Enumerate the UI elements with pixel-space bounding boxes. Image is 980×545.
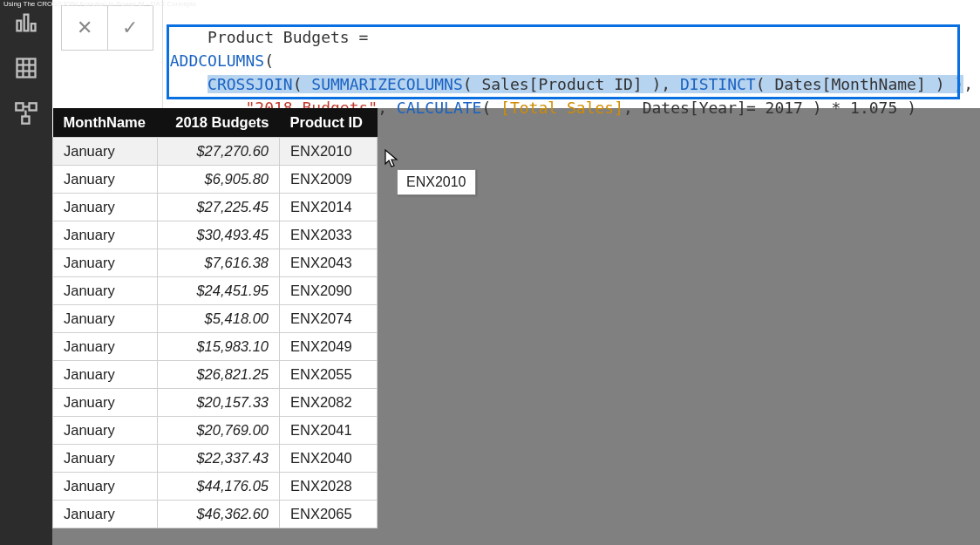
cell-month[interactable]: January [53,445,158,473]
svg-rect-9 [30,103,37,110]
table-row[interactable]: January$5,418.00ENX2074 [53,305,378,333]
t-calculate: CALCULATE [397,99,482,117]
table-row[interactable]: January$20,769.00ENX2041 [53,417,378,445]
svg-rect-10 [22,117,29,124]
cell-month[interactable]: January [53,138,158,166]
table-row[interactable]: January$15,983.10ENX2049 [53,333,378,361]
svg-rect-8 [16,103,23,110]
cell-product[interactable]: ENX2041 [280,417,378,445]
svg-rect-1 [24,15,29,31]
data-view-icon[interactable] [14,56,38,80]
cell-budget[interactable]: $24,451.95 [158,277,280,305]
cell-budget[interactable]: $22,337.43 [158,445,280,473]
model-view-icon[interactable] [14,101,38,126]
table-row[interactable]: January$6,905.80ENX2009 [53,166,378,194]
cell-month[interactable]: January [53,221,158,249]
cell-month[interactable]: January [53,305,158,333]
cell-product[interactable]: ENX2049 [280,333,378,361]
cell-product[interactable]: ENX2065 [280,501,378,528]
cell-month[interactable]: January [53,194,158,221]
cell-product[interactable]: ENX2055 [280,361,378,389]
cell-budget[interactable]: $46,362.60 [158,501,280,528]
table-row[interactable]: January$22,337.43ENX2040 [53,445,378,473]
t-summarize: SUMMARIZECOLUMNS [311,75,462,93]
svg-rect-2 [31,24,36,31]
cell-product[interactable]: ENX2033 [280,221,378,249]
cell-budget[interactable]: $20,769.00 [158,417,280,445]
view-sidebar [0,0,52,545]
cell-budget[interactable]: $27,225.45 [158,194,280,221]
window-title: Using The CROSSJOIN Function In Power BI… [0,0,196,10]
col-header-budget[interactable]: 2018 Budgets [158,108,280,138]
table-row[interactable]: January$27,270.60ENX2010 [53,138,378,166]
cell-month[interactable]: January [53,417,158,445]
cell-product[interactable]: ENX2090 [280,277,378,305]
cell-product[interactable]: ENX2014 [280,194,378,221]
table-row[interactable]: January$7,616.38ENX2043 [53,249,378,277]
cell-budget[interactable]: $7,616.38 [158,249,280,277]
formula-bar-buttons: ✕ ✓ [52,0,163,108]
col-header-month[interactable]: MonthName [53,108,158,138]
cell-month[interactable]: January [53,473,158,501]
cell-tooltip: ENX2010 [397,169,476,195]
col-header-product[interactable]: Product ID [280,108,378,138]
table-row[interactable]: January$26,821.25ENX2055 [53,361,378,389]
t-distinct: DISTINCT [680,75,756,93]
cell-product[interactable]: ENX2040 [280,445,378,473]
t-crossjoin: CROSSJOIN [208,75,293,93]
t-monthcol: Dates[MonthName] [774,75,925,93]
table-row[interactable]: January$24,451.95ENX2090 [53,277,378,305]
cell-budget[interactable]: $30,493.45 [158,221,280,249]
t-mult: * 1.075 ) [822,99,916,117]
data-table[interactable]: MonthName 2018 Budgets Product ID Januar… [52,108,378,528]
table-row[interactable]: January$44,176.05ENX2028 [53,473,378,501]
cell-budget[interactable]: $15,983.10 [158,333,280,361]
cell-month[interactable]: January [53,501,158,528]
t-addcolumns: ADDCOLUMNS [170,51,264,70]
cell-month[interactable]: January [53,333,158,361]
cell-product[interactable]: ENX2028 [280,473,378,501]
cell-product[interactable]: ENX2010 [280,138,378,166]
formula-bar[interactable]: ✕ ✓ Product Budgets = ADDCOLUMNS( CROSSJ… [52,0,980,108]
table-header-row[interactable]: MonthName 2018 Budgets Product ID [53,108,378,138]
table-row[interactable]: January$46,362.60ENX2065 [53,501,378,528]
t-filter: Dates[Year]= 2017 [643,99,803,117]
table-row[interactable]: January$30,493.45ENX2033 [53,221,378,249]
cell-month[interactable]: January [53,361,158,389]
report-view-icon[interactable] [14,10,38,35]
cell-product[interactable]: ENX2043 [280,249,378,277]
cell-product[interactable]: ENX2009 [280,166,378,194]
commit-formula-button[interactable]: ✓ [107,6,153,50]
cell-budget[interactable]: $6,905.80 [158,166,280,194]
cancel-formula-button[interactable]: ✕ [62,6,107,50]
mouse-cursor-icon [384,148,401,169]
t-measure: [Total Sales] [500,99,623,117]
svg-rect-3 [17,59,36,78]
cell-month[interactable]: January [53,249,158,277]
cell-month[interactable]: January [53,389,158,417]
formula-header: Product Budgets = [208,28,368,46]
formula-editor[interactable]: Product Budgets = ADDCOLUMNS( CROSSJOIN(… [163,0,980,108]
cell-month[interactable]: January [53,166,158,194]
cell-product[interactable]: ENX2082 [280,389,378,417]
svg-rect-0 [17,21,22,31]
cell-budget[interactable]: $44,176.05 [158,473,280,501]
cell-budget[interactable]: $26,821.25 [158,361,280,389]
table-row[interactable]: January$20,157.33ENX2082 [53,389,378,417]
cell-budget[interactable]: $5,418.00 [158,305,280,333]
cell-budget[interactable]: $27,270.60 [158,138,280,166]
cell-budget[interactable]: $20,157.33 [158,389,280,417]
cell-product[interactable]: ENX2074 [280,305,378,333]
table-row[interactable]: January$27,225.45ENX2014 [53,194,378,221]
t-open: ( [264,51,274,70]
cell-month[interactable]: January [53,277,158,305]
t-salescol: Sales[Product ID] [481,75,642,93]
